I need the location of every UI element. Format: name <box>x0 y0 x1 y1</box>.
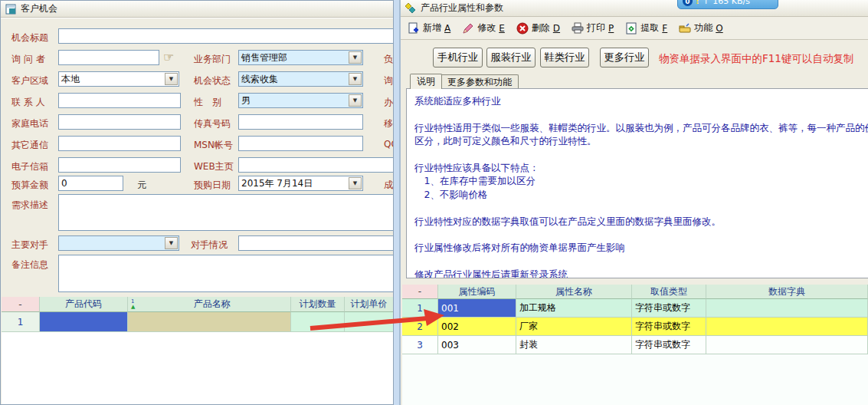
product-name-cell[interactable] <box>128 312 291 332</box>
value-type-cell[interactable]: 字符串或数字 <box>632 336 706 354</box>
opportunity-status-select[interactable]: 线索收集 ▼ <box>238 71 363 87</box>
demand-desc-label: 需求描述 <box>11 199 48 212</box>
purchase-date-value: 2015年 7月14日 <box>239 177 349 190</box>
dropdown-arrow-icon[interactable]: ▼ <box>165 73 178 85</box>
left-window-title: 客户机会 <box>21 2 57 15</box>
attr-code-cell-selected[interactable]: 001 <box>438 299 516 318</box>
opportunity-status-value: 线索收集 <box>239 73 349 86</box>
print-button[interactable]: 打印P <box>572 21 614 35</box>
plan-price-header-cell[interactable]: 计划单价 <box>345 297 394 312</box>
rival-info-label: 对手情况 <box>191 239 228 252</box>
fax-label: 传真号码 <box>194 117 231 130</box>
rowmark-header-cell[interactable]: - <box>402 285 438 299</box>
email-input[interactable] <box>58 157 181 173</box>
attr-code-cell[interactable]: 003 <box>438 336 516 354</box>
msn-input[interactable] <box>238 136 363 151</box>
remark-label: 备注信息 <box>11 258 48 272</box>
add-button[interactable]: 新增A <box>408 21 450 35</box>
dropdown-arrow-icon[interactable]: ▼ <box>165 237 178 249</box>
purchase-date-select[interactable]: 2015年 7月14日 ▼ <box>238 176 363 191</box>
customer-region-value: 本地 <box>59 73 165 86</box>
product-code-cell-selected[interactable] <box>40 312 128 332</box>
table-row: 3 003 封装 字符串或数字 <box>402 336 868 354</box>
row-number-cell[interactable]: 1 <box>402 299 438 318</box>
extract-button[interactable]: 提取F <box>625 21 667 35</box>
attr-name-cell[interactable]: 加工规格 <box>516 299 632 318</box>
edit-button[interactable]: 修改E <box>462 21 505 35</box>
left-window-titlebar[interactable]: 客户机会 <box>1 1 393 18</box>
description-line: 行业特性对应的数据字典取值可以在产品定义里面的数据字典里面修改。 <box>414 215 868 228</box>
other-comm-label: 其它通信 <box>11 139 48 152</box>
tab-description[interactable]: 说明 <box>410 74 442 89</box>
function-button[interactable]: 功能O <box>679 21 722 35</box>
dropdown-arrow-icon[interactable]: ▼ <box>349 73 362 85</box>
attributes-grid-header: - 属性编码 属性名称 取值类型 数据字典 <box>402 285 868 299</box>
data-dict-header-cell[interactable]: 数据字典 <box>706 285 868 299</box>
value-type-cell[interactable]: 字符串或数字 <box>632 318 706 336</box>
gender-select[interactable]: 男 ▼ <box>238 93 363 108</box>
attr-name-header-cell[interactable]: 属性名称 <box>516 285 632 299</box>
edit-label: 修改 <box>477 21 496 35</box>
plan-price-cell[interactable] <box>345 312 394 332</box>
rowmark-header-cell[interactable]: - <box>2 297 40 312</box>
gender-label: 性 别 <box>194 96 221 109</box>
remark-textarea[interactable] <box>58 255 394 292</box>
value-type-header-cell[interactable]: 取值类型 <box>632 285 706 299</box>
attributes-grid: - 属性编码 属性名称 取值类型 数据字典 1 001 加工规格 字符串或数字 … <box>402 285 868 405</box>
data-dict-cell[interactable] <box>706 336 868 354</box>
industry-button-mobile[interactable]: 手机行业 <box>433 48 483 68</box>
description-line: 区分，此时可定义颜色和尺寸的行业特性。 <box>414 134 868 147</box>
industry-button-more[interactable]: 更多行业 <box>600 48 649 68</box>
function-icon <box>679 22 691 35</box>
product-name-header-cell[interactable]: 1 ▲ 产品名称 <box>128 297 291 312</box>
table-row: 1 001 加工规格 字符串或数字 <box>402 299 868 318</box>
product-name-header-text: 产品名称 <box>136 298 287 311</box>
rival-info-input[interactable] <box>238 235 394 251</box>
attr-name-cell[interactable]: 厂家 <box>516 318 632 336</box>
right-window-titlebar[interactable]: 产品行业属性和参数 <box>401 0 868 17</box>
attr-code-header-cell[interactable]: 属性编码 <box>438 285 516 299</box>
fax-input[interactable] <box>238 114 363 130</box>
dropdown-arrow-icon[interactable]: ▼ <box>349 51 362 64</box>
row-number-cell[interactable]: 2 <box>402 318 438 336</box>
tab-more-params[interactable]: 更多参数和功能 <box>441 74 519 89</box>
inquirer-input[interactable] <box>58 50 159 65</box>
dropdown-arrow-icon[interactable]: ▼ <box>349 177 362 189</box>
plan-qty-header-cell[interactable]: 计划数量 <box>291 297 345 312</box>
plan-qty-cell[interactable] <box>291 312 345 332</box>
main-rival-select[interactable]: ▼ <box>58 235 179 251</box>
business-dept-select[interactable]: 销售管理部 ▼ <box>238 50 363 65</box>
demand-desc-textarea[interactable] <box>58 194 394 231</box>
attr-code-cell[interactable]: 002 <box>438 318 516 336</box>
contact-input[interactable] <box>58 93 181 108</box>
contact-label: 联 系 人 <box>11 96 45 109</box>
main-rival-label: 主要对手 <box>11 239 48 252</box>
value-type-cell[interactable]: 字符串或数字 <box>632 299 706 318</box>
description-line <box>414 148 868 161</box>
row-number-cell[interactable]: 1 <box>2 312 40 332</box>
duty-partial-label: 负责 <box>384 53 394 66</box>
print-icon <box>572 22 584 35</box>
web-home-input[interactable] <box>238 157 394 173</box>
description-line <box>414 201 868 214</box>
picker-hand-icon[interactable]: ☞ <box>163 50 174 65</box>
product-code-header-cell[interactable]: 产品代码 <box>40 297 128 312</box>
opportunity-title-input[interactable] <box>58 28 394 44</box>
delete-button[interactable]: 删除D <box>516 21 560 35</box>
row-number-cell[interactable]: 3 <box>402 336 438 354</box>
description-line <box>414 228 868 241</box>
data-dict-cell[interactable] <box>706 318 868 336</box>
data-dict-cell[interactable] <box>706 299 868 318</box>
industry-button-clothing[interactable]: 服装行业 <box>486 48 536 68</box>
attr-name-cell[interactable]: 封装 <box>516 336 632 354</box>
business-dept-label: 业务部门 <box>194 53 231 66</box>
customer-region-select[interactable]: 本地 ▼ <box>58 71 179 87</box>
budget-input[interactable] <box>58 176 123 191</box>
home-phone-input[interactable] <box>58 114 181 130</box>
other-comm-input[interactable] <box>58 136 181 151</box>
customer-opportunity-window: 客户机会 机会标题 询 问 者 ☞ 业务部门 销售管理部 ▼ 负责 客户区域 本… <box>0 0 394 405</box>
network-speed-overlay[interactable]: 0 ! ↑ 165 KB/s <box>677 0 778 9</box>
dropdown-arrow-icon[interactable]: ▼ <box>349 94 362 107</box>
add-label: 新增 <box>423 21 441 35</box>
industry-button-footwear[interactable]: 鞋类行业 <box>540 48 589 68</box>
